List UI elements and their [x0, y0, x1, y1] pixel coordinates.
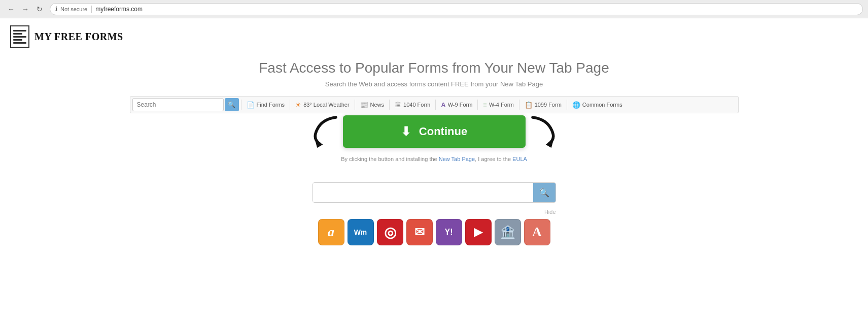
- logo-line-3: [13, 36, 26, 38]
- toolbar-item-weather[interactable]: ☀ 83° Local Weather: [292, 98, 352, 112]
- refresh-button[interactable]: ↻: [33, 3, 46, 15]
- app-icon-yahoo[interactable]: Y!: [436, 219, 462, 245]
- app-icon-youtube[interactable]: ▶: [465, 219, 492, 245]
- security-label: Not secure: [60, 6, 87, 12]
- eula-text-middle: , I agree to the: [475, 156, 512, 162]
- hero-subtitle: Search the Web and access forms content …: [325, 80, 543, 88]
- bottom-search-input[interactable]: [313, 183, 533, 202]
- w9-label: W-9 Form: [448, 102, 473, 108]
- bottom-search-bar: 🔍: [313, 182, 556, 203]
- logo-line-4: [13, 39, 22, 41]
- svg-marker-1: [545, 139, 553, 148]
- toolbar-search-button[interactable]: 🔍: [225, 98, 239, 111]
- toolbar-item-news[interactable]: 📰 News: [357, 98, 388, 112]
- toolbar-strip: 🔍 📄 Find Forms ☀ 83° Local Weather 📰 New…: [130, 96, 739, 113]
- security-icon: ℹ: [55, 6, 57, 12]
- toolbar-search-input[interactable]: [132, 98, 224, 111]
- app-icon-bank[interactable]: 🏦: [495, 219, 521, 245]
- app-icon-walmart[interactable]: Wm: [348, 219, 374, 245]
- app-icon-fonts[interactable]: A: [524, 219, 550, 245]
- toolbar-separator-5: [435, 100, 436, 110]
- eula-text-before: By clicking the button and installing th…: [341, 156, 439, 162]
- right-arrow-icon: [520, 111, 561, 152]
- hero-title: Fast Access to Popular Forms from Your N…: [259, 60, 609, 76]
- eula-link[interactable]: EULA: [512, 156, 527, 162]
- eula-text: By clicking the button and installing th…: [341, 156, 527, 162]
- continue-label: Continue: [419, 125, 467, 138]
- main-section: Fast Access to Popular Forms from Your N…: [0, 55, 868, 245]
- weather-label: 83° Local Weather: [303, 102, 349, 108]
- back-button[interactable]: ←: [5, 3, 17, 15]
- toolbar-separator-3: [355, 100, 355, 110]
- nav-buttons: ← → ↻: [5, 3, 46, 15]
- toolbar-separator-6: [477, 100, 478, 110]
- toolbar-separator-1: [241, 100, 241, 110]
- left-arrow-icon: [307, 111, 348, 152]
- news-label: News: [370, 102, 385, 108]
- toolbar-item-1099[interactable]: 📋 1099 Form: [522, 98, 565, 112]
- toolbar-item-1040[interactable]: 🏛 1040 Form: [392, 98, 433, 112]
- address-separator: |: [90, 5, 92, 14]
- toolbar-item-w4[interactable]: ≡ W-4 Form: [480, 98, 516, 112]
- site-logo: [10, 25, 29, 48]
- app-icon-gmail[interactable]: ✉: [406, 219, 433, 245]
- app-icons-row: a Wm ◎ ✉ Y! ▶ 🏦 A: [313, 211, 556, 245]
- news-icon: 📰: [360, 101, 368, 109]
- toolbar-item-find-forms[interactable]: 📄 Find Forms: [244, 98, 288, 112]
- logo-line-2: [13, 33, 22, 35]
- common-forms-icon: 🌐: [572, 101, 580, 109]
- overlay-area: ⬇ Continue By clicking the button and in…: [130, 113, 739, 162]
- logo-line-5: [13, 42, 26, 44]
- toolbar-separator-7: [519, 100, 519, 110]
- toolbar-separator-8: [567, 100, 567, 110]
- toolbar-item-common-forms[interactable]: 🌐 Common Forms: [569, 98, 626, 112]
- hide-button[interactable]: Hide: [544, 209, 556, 215]
- search-icon: 🔍: [539, 188, 549, 198]
- site-header: My Free Forms: [0, 18, 868, 55]
- download-icon: ⬇: [401, 124, 411, 139]
- w9-icon: A: [441, 101, 445, 109]
- find-forms-icon: 📄: [247, 101, 255, 109]
- 1040-label: 1040 Form: [403, 102, 430, 108]
- toolbar-separator-4: [389, 100, 390, 110]
- common-forms-label: Common Forms: [582, 102, 622, 108]
- toolbar-separator-2: [290, 100, 290, 110]
- cta-area: ⬇ Continue: [307, 111, 561, 152]
- 1040-icon: 🏛: [395, 101, 401, 109]
- find-forms-label: Find Forms: [257, 102, 285, 108]
- site-title: My Free Forms: [34, 31, 123, 43]
- continue-button[interactable]: ⬇ Continue: [343, 115, 526, 148]
- browser-chrome: ← → ↻ ℹ Not secure | myfreeforms.com: [0, 0, 868, 18]
- new-tab-link[interactable]: New Tab Page: [439, 156, 475, 162]
- w4-icon: ≡: [483, 101, 487, 109]
- 1099-label: 1099 Form: [535, 102, 562, 108]
- address-url: myfreeforms.com: [95, 6, 143, 13]
- logo-line-1: [13, 30, 26, 31]
- page-content: My Free Forms Fast Access to Popular For…: [0, 18, 868, 317]
- address-bar[interactable]: ℹ Not secure | myfreeforms.com: [50, 3, 863, 15]
- forward-button[interactable]: →: [19, 3, 31, 15]
- app-icon-amazon[interactable]: a: [318, 219, 344, 245]
- bottom-search-area: 🔍 Hide a Wm ◎ ✉ Y! ▶ 🏦 A: [313, 182, 556, 245]
- toolbar-item-w9[interactable]: A W-9 Form: [438, 98, 475, 112]
- w4-label: W-4 Form: [489, 102, 514, 108]
- app-icon-target[interactable]: ◎: [377, 219, 403, 245]
- weather-icon: ☀: [295, 101, 301, 109]
- bottom-search-button[interactable]: 🔍: [533, 183, 555, 202]
- svg-marker-0: [315, 139, 323, 148]
- app-icons-container: Hide a Wm ◎ ✉ Y! ▶ 🏦 A: [313, 211, 556, 245]
- 1099-icon: 📋: [525, 101, 533, 109]
